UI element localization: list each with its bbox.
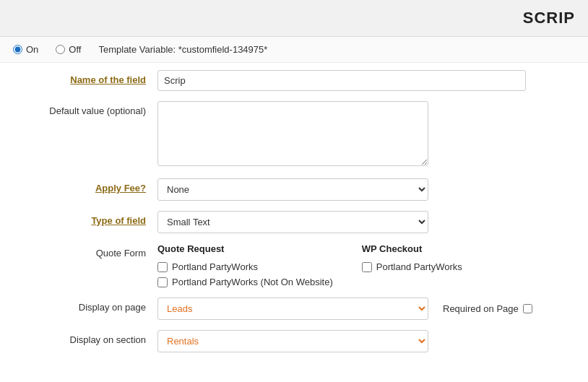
quote-form-row: Quote Form Quote Request Portland PartyW… [13, 243, 575, 287]
wp-portland-1-text: Portland PartyWorks [376, 261, 462, 272]
required-on-page-label: Required on Page [443, 303, 519, 314]
quote-form-section: Quote Request Portland PartyWorks Portla… [157, 243, 575, 287]
page-title: SCRIP [523, 9, 575, 27]
display-on-page-wrap: Leads All Pages Homepage Required on Pag… [157, 298, 575, 320]
form-body: Name of the field Default value (optiona… [0, 63, 588, 370]
apply-fee-row: Apply Fee? None 5% 10% 15% 20% [13, 178, 575, 201]
display-on-page-row: Display on page Leads All Pages Homepage… [13, 298, 575, 320]
display-on-section-row: Display on section Rentals Sales Service… [13, 330, 575, 352]
radio-on-text: On [26, 44, 38, 55]
quote-portland-2-label[interactable]: Portland PartyWorks (Not On Website) [157, 277, 333, 287]
radio-on-input[interactable] [13, 45, 22, 54]
required-on-page-wrap: Required on Page [443, 303, 532, 314]
type-of-field-link[interactable]: Type of field [91, 215, 146, 226]
display-on-section-label: Display on section [13, 330, 157, 345]
apply-fee-label: Apply Fee? [13, 178, 157, 194]
type-of-field-row: Type of field Small Text Large Text Numb… [13, 211, 575, 233]
quote-request-col: Quote Request Portland PartyWorks Portla… [157, 243, 333, 287]
apply-fee-wrap: None 5% 10% 15% 20% [157, 178, 575, 201]
wp-checkout-title: WP Checkout [362, 243, 462, 254]
quote-portland-1-label[interactable]: Portland PartyWorks [157, 261, 333, 272]
name-field-wrap [157, 70, 575, 91]
quote-form-wrap: Quote Request Portland PartyWorks Portla… [157, 243, 575, 287]
display-on-section-wrap: Rentals Sales Services [157, 330, 575, 352]
on-off-radio-group: On Off [13, 44, 81, 55]
top-bar: On Off Template Variable: *customfield-1… [0, 37, 588, 63]
radio-off-input[interactable] [56, 45, 65, 54]
name-field-row: Name of the field [13, 70, 575, 91]
apply-fee-select[interactable]: None 5% 10% 15% 20% [157, 178, 428, 201]
display-on-page-select[interactable]: Leads All Pages Homepage [157, 298, 428, 320]
name-field-link[interactable]: Name of the field [70, 74, 146, 85]
radio-on-label[interactable]: On [13, 44, 38, 55]
default-value-wrap [157, 101, 575, 168]
quote-form-label: Quote Form [13, 243, 157, 259]
default-value-row: Default value (optional) [13, 101, 575, 168]
default-value-label: Default value (optional) [13, 101, 157, 116]
wp-checkout-col: WP Checkout Portland PartyWorks [362, 243, 462, 287]
type-of-field-wrap: Small Text Large Text Number Date Checkb… [157, 211, 575, 233]
display-on-page-label: Display on page [13, 298, 157, 313]
display-on-section-select[interactable]: Rentals Sales Services [157, 330, 428, 352]
required-on-page-checkbox[interactable] [523, 304, 532, 313]
apply-fee-link[interactable]: Apply Fee? [95, 183, 146, 194]
default-value-textarea[interactable] [157, 101, 428, 166]
type-of-field-select[interactable]: Small Text Large Text Number Date Checkb… [157, 211, 428, 233]
radio-off-label[interactable]: Off [56, 44, 81, 55]
quote-portland-2-checkbox[interactable] [157, 277, 168, 287]
name-field-input[interactable] [157, 70, 526, 91]
quote-portland-1-checkbox[interactable] [157, 262, 168, 272]
page-header: SCRIP [0, 0, 588, 37]
quote-request-title: Quote Request [157, 243, 333, 254]
wp-portland-1-checkbox[interactable] [362, 262, 372, 272]
name-field-label: Name of the field [13, 70, 157, 85]
type-of-field-label: Type of field [13, 211, 157, 226]
radio-off-text: Off [69, 44, 81, 55]
quote-portland-1-text: Portland PartyWorks [172, 261, 258, 272]
quote-portland-2-text: Portland PartyWorks (Not On Website) [172, 277, 333, 287]
wp-portland-1-label[interactable]: Portland PartyWorks [362, 261, 462, 272]
template-variable-text: Template Variable: *customfield-134975* [98, 44, 267, 55]
